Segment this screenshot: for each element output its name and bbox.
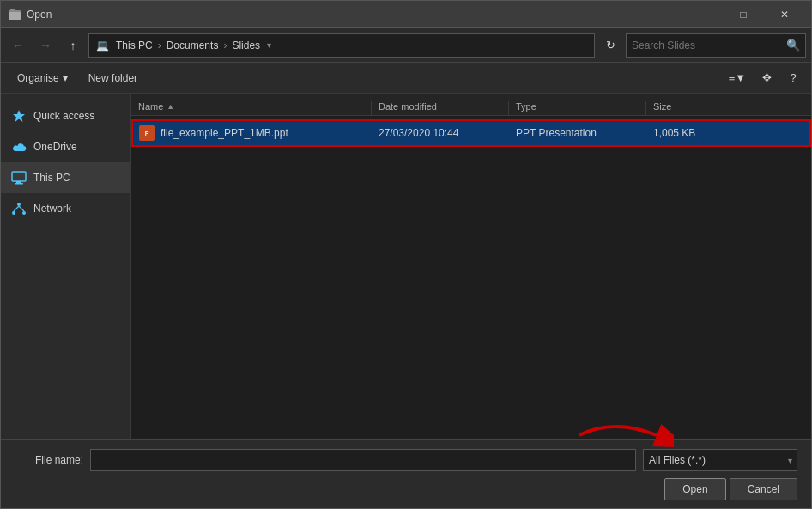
column-header-name[interactable]: Name ▲ — [131, 101, 372, 115]
star-icon — [11, 108, 27, 124]
cloud-icon — [11, 139, 27, 155]
col-size-label: Size — [653, 101, 671, 112]
table-row[interactable]: P file_example_PPT_1MB.ppt 27/03/2020 10… — [131, 119, 811, 147]
file-date-text: 27/03/2020 10:44 — [379, 127, 458, 139]
file-area: Name ▲ Date modified Type Size P — [131, 94, 811, 439]
file-type-dropdown[interactable]: All Files (*.*) PowerPoint Files (*.ppt;… — [643, 449, 797, 471]
svg-rect-1 — [9, 12, 21, 20]
new-folder-label: New folder — [88, 72, 137, 84]
svg-point-8 — [12, 211, 15, 215]
file-name-cell: P file_example_PPT_1MB.ppt — [131, 124, 372, 142]
address-field[interactable]: 💻 This PC › Documents › Slides ▾ — [88, 33, 595, 58]
organise-label: Organise — [17, 72, 59, 84]
column-header-date[interactable]: Date modified — [372, 101, 509, 115]
svg-rect-2 — [10, 9, 15, 11]
help-button[interactable]: ? — [782, 67, 804, 89]
new-folder-button[interactable]: New folder — [79, 67, 147, 89]
col-name-label: Name — [138, 101, 163, 112]
onedrive-label: OneDrive — [33, 141, 77, 153]
toolbar: Organise ▾ New folder ≡▼ ✥ ? — [1, 63, 811, 94]
refresh-button[interactable]: ↻ — [598, 33, 622, 58]
svg-line-11 — [19, 206, 24, 211]
col-date-label: Date modified — [379, 101, 437, 112]
bottom-bar: File name: All Files (*.*) PowerPoint Fi… — [1, 439, 811, 508]
file-date-cell: 27/03/2020 10:44 — [372, 127, 509, 139]
view-grid-button[interactable]: ✥ — [753, 67, 780, 89]
view-list-button[interactable]: ≡▼ — [724, 67, 751, 89]
search-icon: 🔍 — [786, 39, 800, 52]
maximize-button[interactable]: □ — [724, 1, 763, 28]
search-input[interactable] — [632, 39, 783, 52]
address-chevron-icon: ▾ — [267, 40, 271, 50]
file-type-text: PPT Presentation — [516, 127, 597, 139]
file-size-cell: 1,005 KB — [646, 127, 732, 139]
file-list-body: P file_example_PPT_1MB.ppt 27/03/2020 10… — [131, 116, 811, 439]
cancel-button[interactable]: Cancel — [730, 478, 797, 500]
dialog-icon — [8, 8, 21, 21]
file-icon: P — [138, 124, 155, 142]
svg-point-7 — [17, 203, 21, 206]
svg-rect-4 — [12, 172, 26, 181]
file-size-text: 1,005 KB — [653, 127, 695, 139]
close-button[interactable]: ✕ — [765, 1, 804, 28]
window-controls: ─ □ ✕ — [682, 1, 804, 28]
svg-line-10 — [14, 206, 19, 211]
file-name-label: File name: — [15, 454, 83, 466]
search-box: 🔍 — [626, 33, 806, 58]
file-type-dropdown-wrapper: All Files (*.*) PowerPoint Files (*.ppt;… — [643, 449, 797, 471]
open-dialog: Open ─ □ ✕ ← → ↑ 💻 This PC › Documents ›… — [0, 0, 812, 509]
file-name-text: file_example_PPT_1MB.ppt — [161, 127, 288, 139]
column-header-type[interactable]: Type — [509, 101, 646, 115]
svg-point-9 — [22, 211, 26, 215]
address-bar: ← → ↑ 💻 This PC › Documents › Slides ▾ ↻… — [1, 28, 811, 63]
sidebar-item-network[interactable]: Network — [1, 193, 130, 224]
col-type-label: Type — [516, 101, 536, 112]
filename-row: File name: All Files (*.*) PowerPoint Fi… — [15, 449, 797, 471]
svg-marker-3 — [13, 110, 25, 122]
computer-icon — [11, 170, 27, 185]
organise-button[interactable]: Organise ▾ — [8, 67, 77, 89]
crumb-slides: Slides — [232, 39, 260, 52]
crumb-thispc: This PC — [116, 39, 153, 52]
organise-arrow-icon: ▾ — [63, 72, 68, 84]
breadcrumb: 💻 This PC › Documents › Slides — [96, 39, 260, 52]
crumb-documents: Documents — [167, 39, 219, 52]
dialog-title: Open — [27, 9, 682, 21]
sidebar-item-onedrive[interactable]: OneDrive — [1, 131, 130, 162]
svg-rect-6 — [15, 183, 23, 185]
action-row: Open Cancel — [15, 478, 797, 500]
sidebar: Quick access OneDrive Th — [1, 94, 131, 439]
up-button[interactable]: ↑ — [61, 33, 85, 58]
quick-access-label: Quick access — [33, 110, 94, 122]
filename-input[interactable] — [90, 449, 636, 471]
file-list-header: Name ▲ Date modified Type Size — [131, 94, 811, 116]
action-buttons: Open Cancel — [664, 478, 797, 500]
ppt-icon: P — [139, 125, 155, 141]
sort-arrow-icon: ▲ — [167, 102, 174, 111]
file-type-cell: PPT Presentation — [509, 127, 646, 139]
main-area: Quick access OneDrive Th — [1, 94, 811, 439]
svg-rect-5 — [16, 181, 21, 183]
forward-button[interactable]: → — [33, 33, 58, 58]
this-pc-label: This PC — [33, 172, 70, 184]
sidebar-item-this-pc[interactable]: This PC — [1, 162, 130, 193]
column-header-size[interactable]: Size — [646, 101, 732, 115]
open-button[interactable]: Open — [664, 478, 725, 500]
sidebar-item-quick-access[interactable]: Quick access — [1, 100, 130, 131]
back-button[interactable]: ← — [6, 33, 30, 58]
network-icon — [11, 201, 27, 216]
minimize-button[interactable]: ─ — [682, 1, 722, 28]
title-bar: Open ─ □ ✕ — [1, 1, 811, 28]
network-label: Network — [33, 203, 71, 215]
